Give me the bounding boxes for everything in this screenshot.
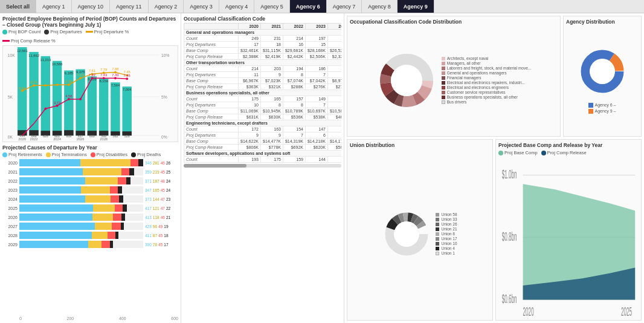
svg-point-39 bbox=[79, 77, 82, 79]
svg-text:10,586: 10,586 bbox=[52, 62, 63, 66]
financial-color bbox=[442, 76, 445, 80]
term-val-2027: 96 bbox=[153, 224, 157, 229]
union33-label: Union 33 bbox=[441, 217, 457, 221]
dea-val-2024: 23 bbox=[166, 197, 170, 201]
ret-val-2029: 390 bbox=[145, 243, 152, 247]
dea-val-2020: 26 bbox=[166, 161, 170, 165]
tab-agency4[interactable]: Agency 4 bbox=[219, 0, 255, 13]
cell-2: 16 bbox=[283, 42, 305, 48]
cell-2: $29,681K bbox=[283, 48, 305, 54]
union1-color bbox=[436, 252, 439, 255]
dis-seg-2026 bbox=[113, 214, 121, 221]
occ-legend-gom: General and operations managers bbox=[442, 71, 531, 75]
svg-text:$1.0bn: $1.0bn bbox=[502, 168, 517, 181]
union-21-item: Union 21 bbox=[436, 227, 457, 231]
bar-bop-2022 bbox=[41, 56, 50, 135]
row-label-count: Count bbox=[184, 126, 239, 132]
term-seg-2024 bbox=[85, 195, 111, 203]
dea-dot bbox=[131, 152, 136, 157]
cell-2: $692K bbox=[283, 145, 305, 151]
cell-0: 172 bbox=[239, 126, 261, 132]
dep-pct-label: Proj Departure % bbox=[94, 29, 129, 34]
row-label-base-comp: Base Comp bbox=[184, 139, 239, 145]
ret-seg-2027 bbox=[19, 223, 95, 230]
cell-1: 175 bbox=[260, 157, 283, 163]
legend-bop-count: Proj BOP Count bbox=[2, 29, 40, 34]
tab-select-all[interactable]: Select all bbox=[0, 0, 36, 13]
row-label-proj-comp-release: Proj Comp Release bbox=[184, 84, 239, 90]
agency9-legend: Agency 9 – bbox=[588, 109, 616, 114]
dis-seg-2023 bbox=[110, 186, 118, 194]
occ-table-panel: Occupational Classification Code 2020 20… bbox=[181, 13, 344, 323]
table-row: Base Comp$14,622K$14,477K$14,319K$14,218… bbox=[184, 139, 342, 145]
tab-bar: Select all Agency 1 Agency 10 Agency 11 … bbox=[0, 0, 644, 13]
base-comp-chart-area: $1.0bn $0.8bn $0.6bn 20 bbox=[498, 157, 639, 318]
table-scrollbar[interactable] bbox=[184, 164, 341, 168]
hbar-row-2020: 2020346 281 46 26 bbox=[2, 159, 178, 166]
managers-all-label: Managers, all other bbox=[447, 61, 481, 65]
union-donut-title: Union Distribution bbox=[350, 142, 490, 148]
svg-point-90 bbox=[394, 221, 419, 247]
bop-svg: 10K 5K 0K 10% 5% 0% 2020 12,56 bbox=[3, 46, 178, 142]
occ-legend-bus: Bus drivers bbox=[442, 100, 531, 104]
base-comp-box: Projected Base Comp and Release by Year … bbox=[495, 139, 642, 321]
svg-text:2020: 2020 bbox=[18, 137, 27, 141]
th-2024: 2024 bbox=[327, 24, 341, 30]
tab-agency3[interactable]: Agency 3 bbox=[184, 0, 219, 13]
tab-agency8[interactable]: Agency 8 bbox=[362, 0, 398, 13]
scrollbar-thumb[interactable] bbox=[184, 164, 246, 168]
row-label-proj-departures: Proj Departures bbox=[184, 42, 239, 48]
svg-text:6.74: 6.74 bbox=[30, 80, 37, 84]
tab-agency5[interactable]: Agency 5 bbox=[254, 0, 290, 13]
csr-color bbox=[442, 91, 445, 94]
table-row: Base Comp$11,069K$10,945K$10,789K$10,697… bbox=[184, 108, 342, 114]
hbar-track-2026 bbox=[19, 214, 143, 221]
architects-label: Architects, except naval bbox=[447, 56, 489, 60]
union26-color bbox=[436, 223, 439, 226]
tab-agency2[interactable]: Agency 2 bbox=[149, 0, 184, 13]
x-label-400: 400 bbox=[119, 316, 126, 321]
tab-agency10[interactable]: Agency 10 bbox=[72, 0, 111, 13]
cell-3: 15 bbox=[305, 42, 327, 48]
base-comp-legend-pr: Proj Comp Release bbox=[541, 150, 587, 155]
tab-agency1[interactable]: Agency 1 bbox=[36, 0, 72, 13]
bos-label: Business operations specialists, all oth… bbox=[447, 95, 518, 99]
table-row: Proj Comp Release$806K$778K$692K$620K$58… bbox=[184, 145, 342, 151]
union17-label: Union 17 bbox=[441, 237, 457, 241]
hbar-year-2025: 2025 bbox=[2, 206, 18, 210]
union58-label: Union 58 bbox=[441, 212, 457, 217]
dea-val-2023: 24 bbox=[166, 188, 170, 192]
union-4-item: Union 4 bbox=[436, 246, 457, 250]
hbar-year-2023: 2023 bbox=[2, 188, 18, 192]
union26-label: Union 26 bbox=[441, 222, 457, 226]
tab-agency7[interactable]: Agency 7 bbox=[327, 0, 362, 13]
occ-donut-box: Occupational Classification Code Distrib… bbox=[347, 16, 561, 137]
cell-1: 9 bbox=[260, 72, 283, 78]
hbar-track-2029 bbox=[19, 241, 143, 248]
legend-deaths: Proj Deaths bbox=[131, 152, 161, 157]
cell-2: $288K bbox=[283, 84, 305, 90]
cell-1: 165 bbox=[260, 96, 283, 102]
hbar-vals-2026: 413 118 46 21 bbox=[145, 215, 178, 220]
cell-1: $31,115K bbox=[260, 48, 283, 54]
cell-0: 11 bbox=[239, 72, 261, 78]
tab-agency6[interactable]: Agency 6 bbox=[290, 0, 327, 13]
svg-text:11,213: 11,213 bbox=[40, 58, 51, 62]
term-val-2029: 76 bbox=[153, 243, 157, 247]
table-row: Base Comp$6,967K$7,023K$7,074K$7,042K$6,… bbox=[184, 78, 342, 84]
cell-0: 175 bbox=[239, 96, 261, 102]
union-10-item: Union 10 bbox=[436, 241, 457, 246]
hbar-vals-2021: 359 219 45 25 bbox=[145, 170, 178, 174]
ret-seg-2022 bbox=[19, 177, 85, 184]
row-label-proj-comp-release: Proj Comp Release bbox=[184, 114, 239, 120]
svg-text:4.56: 4.56 bbox=[65, 94, 72, 98]
row-label-count: Count bbox=[184, 66, 239, 72]
svg-text:0K: 0K bbox=[8, 135, 13, 139]
tab-agency11[interactable]: Agency 11 bbox=[110, 0, 149, 13]
financial-label: Financial managers bbox=[447, 76, 481, 80]
tab-agency9[interactable]: Agency 9 bbox=[398, 0, 434, 13]
svg-text:7,004: 7,004 bbox=[123, 88, 132, 91]
row-label-proj-departures: Proj Departures bbox=[184, 102, 239, 108]
occ-cat-other-transportation: Other transportation workers bbox=[184, 60, 342, 66]
cell-0: $6,967K bbox=[239, 78, 261, 84]
